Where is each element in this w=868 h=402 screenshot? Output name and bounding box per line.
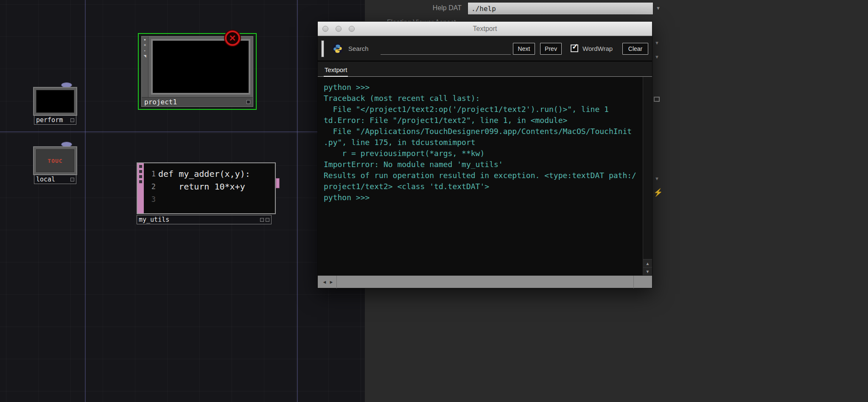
python-icon bbox=[332, 43, 343, 54]
param-chevron-icon[interactable]: ▼ bbox=[655, 176, 659, 181]
param-label-help-dat: Help DAT bbox=[365, 4, 462, 12]
line-number: 1 bbox=[144, 168, 158, 180]
node-ctrl-triangle-icon[interactable]: ◥ bbox=[143, 55, 146, 58]
param-chevron-icon[interactable]: ▼ bbox=[655, 54, 659, 59]
splash-text: TOUC bbox=[48, 158, 62, 164]
console-line: r = previousimport(*args, **kw) bbox=[324, 148, 643, 159]
node-perform[interactable] bbox=[33, 87, 77, 116]
node-frame[interactable]: TOUC bbox=[33, 146, 77, 175]
node-local[interactable]: TOUC bbox=[33, 146, 77, 175]
window-titlebar[interactable]: Textport bbox=[318, 22, 652, 36]
node-label-text: perform bbox=[36, 116, 63, 124]
error-x-icon: ✕ bbox=[229, 33, 236, 43]
node-flag-box[interactable] bbox=[266, 218, 269, 222]
node-frame[interactable] bbox=[33, 87, 77, 116]
node-control-column[interactable]: ● ✕ ▪ ◥ bbox=[142, 36, 148, 97]
help-dat-value: ./help bbox=[471, 5, 496, 13]
node-ctrl-x-icon[interactable]: ✕ bbox=[143, 44, 146, 47]
node-perform-label[interactable]: perform bbox=[34, 115, 76, 125]
dat-control-strip[interactable] bbox=[137, 163, 144, 213]
line-number: 3 bbox=[144, 193, 158, 206]
arrow-up-icon: ▲ bbox=[646, 261, 650, 266]
console-line: File "</project1/text2:op('/project1/tex… bbox=[324, 104, 643, 115]
console-line: td.Error: File "/project1/text2", line 1… bbox=[324, 115, 643, 126]
bottom-scrollbar[interactable]: ◄ ► bbox=[318, 275, 652, 288]
node-my-utils[interactable]: 123 def my_adder(x,y): return 10*x+y bbox=[137, 162, 276, 214]
pulse-lightning-icon[interactable]: ⚡ bbox=[653, 188, 663, 197]
window-zoom-button[interactable] bbox=[349, 26, 355, 32]
scroll-right-button[interactable]: ► bbox=[328, 278, 335, 286]
param-viewer-icon[interactable] bbox=[654, 97, 660, 102]
toolbar-grip-handle[interactable] bbox=[321, 40, 324, 57]
arrow-right-icon: ► bbox=[329, 279, 334, 285]
scrollbar-divider bbox=[633, 276, 634, 288]
node-label-text: my_utils bbox=[139, 216, 169, 223]
node-project1-label[interactable]: project1 bbox=[142, 97, 253, 106]
console-line: project1/text2> <class 'td.textDAT'> bbox=[324, 181, 643, 192]
window-title: Textport bbox=[473, 25, 497, 33]
code-line: def my_adder(x,y): bbox=[158, 168, 275, 180]
grid-guide-vertical bbox=[297, 0, 298, 402]
grid-guide-vertical bbox=[85, 0, 86, 402]
node-ctrl-square-icon[interactable]: ▪ bbox=[144, 49, 146, 53]
dat-output-connector[interactable] bbox=[276, 178, 280, 188]
node-flag-box[interactable] bbox=[246, 100, 250, 104]
console-line: Traceback (most recent call last): bbox=[324, 93, 643, 104]
console-line: .py", line 175, in tdcustomimport bbox=[324, 137, 643, 148]
tab-textport[interactable]: Textport bbox=[324, 66, 348, 77]
checkmark-icon: ✓ bbox=[572, 42, 578, 51]
scroll-up-button[interactable]: ▲ bbox=[643, 259, 652, 267]
console-output[interactable]: python >>> Traceback (most recent call l… bbox=[318, 77, 643, 275]
vertical-scrollbar[interactable]: ▲ ▼ bbox=[643, 77, 652, 275]
node-project1[interactable]: ● ✕ ▪ ◥ project1 bbox=[141, 36, 253, 107]
wordwrap-checkbox[interactable]: ✓ bbox=[571, 45, 578, 52]
scroll-down-button[interactable]: ▼ bbox=[643, 267, 652, 275]
search-label: Search bbox=[348, 45, 369, 52]
code-line: return 10*x+y bbox=[158, 180, 275, 193]
node-viewer[interactable] bbox=[151, 39, 250, 95]
clear-button[interactable]: Clear bbox=[622, 43, 648, 55]
console-line: python >>> bbox=[324, 82, 643, 93]
node-viewer[interactable]: TOUC bbox=[36, 149, 74, 172]
node-ctrl-dot-icon[interactable]: ● bbox=[144, 38, 146, 42]
node-flag-box[interactable] bbox=[70, 118, 74, 122]
textport-window: Textport Search Next Prev ✓ WordWrap Cle… bbox=[317, 21, 652, 288]
node-my-utils-label[interactable]: my_utils bbox=[137, 215, 272, 224]
error-badge-icon[interactable]: ✕ bbox=[225, 31, 240, 46]
arrow-left-icon: ◄ bbox=[322, 279, 327, 285]
node-viewer[interactable] bbox=[36, 90, 74, 113]
console-line: Results of run operation resulted in exc… bbox=[324, 170, 643, 181]
node-label-text: local bbox=[36, 176, 55, 183]
node-label-text: project1 bbox=[144, 98, 177, 106]
help-dat-field[interactable]: ./help bbox=[468, 2, 653, 15]
prev-button[interactable]: Prev bbox=[540, 43, 562, 55]
param-chevron-icon[interactable]: ▼ bbox=[655, 40, 659, 45]
wordwrap-label: WordWrap bbox=[582, 45, 613, 52]
grid-guide-horizontal bbox=[0, 131, 365, 132]
console-area: python >>> Traceback (most recent call l… bbox=[318, 77, 652, 275]
window-minimize-button[interactable] bbox=[336, 26, 342, 32]
tab-bar: Textport bbox=[318, 61, 652, 77]
node-flag-box[interactable] bbox=[260, 218, 264, 222]
arrow-down-icon: ▼ bbox=[646, 269, 650, 274]
textport-toolbar: Search Next Prev ✓ WordWrap Clear bbox=[318, 36, 652, 61]
search-input[interactable] bbox=[381, 42, 511, 55]
node-local-label[interactable]: local bbox=[34, 175, 76, 184]
window-close-button[interactable] bbox=[322, 26, 328, 32]
code-line-numbers: 123 bbox=[144, 163, 158, 213]
next-button[interactable]: Next bbox=[513, 43, 535, 55]
scroll-left-button[interactable]: ◄ bbox=[321, 278, 328, 286]
scrollbar-divider bbox=[336, 276, 337, 288]
console-line: File "/Applications/TouchDesigner099.app… bbox=[324, 126, 643, 137]
help-dat-menu-chevron-icon[interactable]: ▼ bbox=[656, 6, 661, 11]
console-line: python >>> bbox=[324, 192, 643, 203]
line-number: 2 bbox=[144, 180, 158, 193]
console-line: ImportError: No module named 'my_utils' bbox=[324, 159, 643, 170]
code-viewer[interactable]: def my_adder(x,y): return 10*x+y bbox=[158, 163, 275, 213]
node-flag-box[interactable] bbox=[70, 178, 74, 181]
